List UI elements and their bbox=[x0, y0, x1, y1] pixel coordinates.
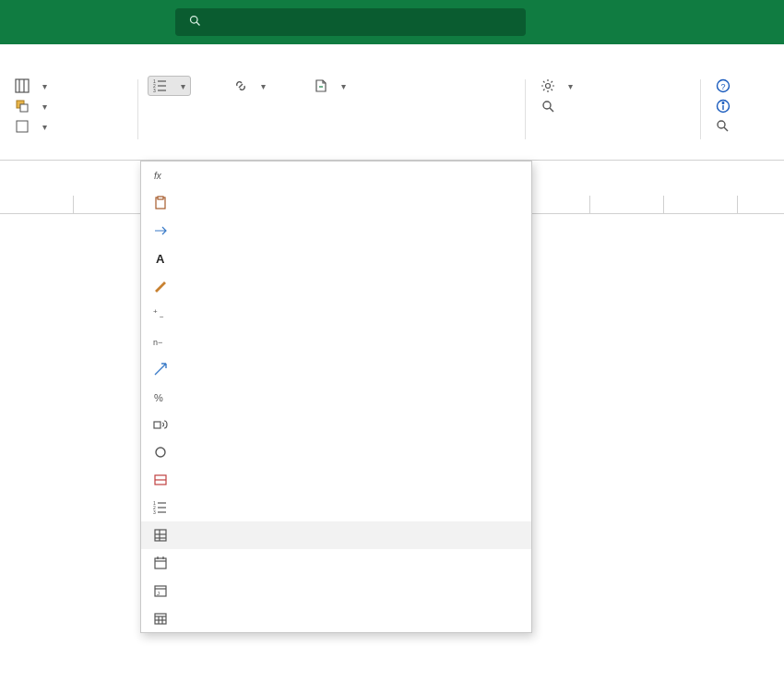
dd-item-signo-menos-atras[interactable]: n− bbox=[141, 328, 531, 355]
convert-number-icon bbox=[152, 222, 169, 239]
btn-ultima-herramienta[interactable] bbox=[535, 116, 692, 122]
svg-text:−: − bbox=[160, 313, 164, 321]
svg-rect-47 bbox=[155, 558, 166, 568]
round-icon bbox=[152, 444, 169, 461]
version-icon bbox=[716, 119, 731, 134]
sheet-area: fx A +− n− % bbox=[0, 161, 784, 214]
search-run-icon bbox=[540, 99, 555, 114]
chevron-down-icon: ▾ bbox=[42, 81, 47, 91]
svg-text:n−: n− bbox=[153, 338, 162, 347]
dd-item-aplicar-formula[interactable]: fx bbox=[141, 162, 531, 189]
ribbon-group-2: 123 ▾ ▾ ▾ bbox=[138, 72, 526, 160]
speak-number-icon bbox=[152, 416, 169, 433]
decimals-icon bbox=[152, 361, 169, 377]
percent-icon: % bbox=[152, 389, 169, 405]
btn-opciones-asap[interactable]: ▾ bbox=[535, 76, 692, 96]
svg-text:%: % bbox=[154, 392, 163, 403]
random-numbering-icon bbox=[152, 527, 169, 544]
dd-item-numeros-no-reconocidos[interactable] bbox=[141, 217, 531, 245]
svg-rect-43 bbox=[155, 530, 166, 541]
svg-line-1 bbox=[196, 22, 199, 25]
dd-item-decimales[interactable] bbox=[141, 355, 531, 383]
dd-item-numeracion-aleatoria[interactable] bbox=[141, 521, 531, 549]
svg-line-17 bbox=[550, 108, 553, 112]
svg-rect-7 bbox=[17, 121, 28, 132]
colhead-n[interactable] bbox=[590, 196, 664, 213]
btn-importar[interactable]: ▾ bbox=[308, 76, 351, 96]
svg-point-23 bbox=[718, 121, 725, 128]
dd-item-negativos-positivos[interactable]: +− bbox=[141, 300, 531, 328]
btn-numeros-fechas[interactable]: 123 ▾ bbox=[148, 76, 191, 96]
calendar-convert-icon bbox=[152, 555, 169, 571]
dd-item-valores-a-texto[interactable]: A bbox=[141, 245, 531, 272]
chevron-down-icon: ▾ bbox=[261, 81, 266, 91]
svg-rect-6 bbox=[20, 104, 28, 112]
svg-point-16 bbox=[543, 102, 551, 109]
numbered-list-icon: 123 bbox=[152, 499, 169, 516]
link-icon bbox=[233, 78, 248, 93]
svg-text:3: 3 bbox=[153, 509, 156, 515]
ribbon-group-3: ▾ bbox=[526, 72, 701, 160]
svg-text:3: 3 bbox=[153, 88, 156, 93]
btn-columnas-filas[interactable]: ▾ bbox=[9, 76, 129, 96]
columns-icon bbox=[15, 78, 30, 93]
dd-item-cambiar-formulas-valores[interactable] bbox=[141, 189, 531, 217]
svg-text:?: ? bbox=[721, 82, 726, 91]
dd-item-numeracion-rapida[interactable]: 123 bbox=[141, 494, 531, 521]
svg-rect-54 bbox=[155, 614, 166, 624]
dd-item-selector-fecha[interactable] bbox=[141, 604, 531, 632]
colhead-o[interactable] bbox=[664, 196, 738, 213]
search-box[interactable] bbox=[175, 8, 526, 36]
ribbon-group-1: ▾ ▾ ▾ bbox=[0, 72, 138, 160]
gear-icon bbox=[540, 78, 555, 93]
btn-version[interactable] bbox=[710, 116, 784, 137]
numeros-fechas-dropdown: fx A +− n− % bbox=[140, 161, 532, 633]
text-a-icon: A bbox=[152, 250, 169, 267]
chevron-down-icon: ▾ bbox=[341, 81, 346, 91]
dd-item-porcentajes-numeros[interactable]: % bbox=[141, 383, 531, 411]
btn-faq[interactable]: ? bbox=[710, 76, 784, 96]
svg-rect-33 bbox=[154, 422, 160, 428]
svg-point-0 bbox=[191, 17, 198, 24]
format-icon bbox=[15, 119, 30, 134]
dd-item-llenar-valor-formato[interactable] bbox=[141, 272, 531, 300]
minus-shift-icon: n− bbox=[152, 333, 169, 350]
fx-icon: fx bbox=[152, 167, 169, 184]
btn-formato[interactable]: ▾ bbox=[9, 116, 129, 137]
dd-item-escribir-palabras[interactable] bbox=[141, 411, 531, 438]
chevron-down-icon: ▾ bbox=[42, 102, 47, 112]
btn-objetos-comentarios[interactable]: ▾ bbox=[9, 96, 129, 116]
svg-rect-27 bbox=[158, 197, 163, 199]
chevron-down-icon: ▾ bbox=[42, 122, 47, 132]
dd-item-fechas-julianas[interactable]: J bbox=[141, 577, 531, 604]
numbers-list-icon: 123 bbox=[153, 78, 168, 93]
chevron-down-icon: ▾ bbox=[181, 81, 185, 91]
svg-text:A: A bbox=[156, 252, 165, 266]
colhead-f[interactable] bbox=[0, 196, 74, 213]
dd-item-convertir-fechas[interactable] bbox=[141, 549, 531, 577]
info-icon bbox=[716, 99, 731, 114]
dd-item-numeros-redondos[interactable] bbox=[141, 438, 531, 466]
btn-informacion[interactable] bbox=[710, 96, 784, 116]
date-picker-icon bbox=[152, 610, 169, 627]
dd-item-ceros-izquierda[interactable] bbox=[141, 466, 531, 494]
julian-date-icon: J bbox=[152, 582, 169, 599]
objects-icon bbox=[15, 99, 30, 114]
colhead-p[interactable] bbox=[738, 196, 784, 213]
btn-buscar-ejecutar[interactable] bbox=[535, 96, 692, 116]
titlebar bbox=[0, 0, 784, 44]
svg-point-22 bbox=[722, 102, 724, 104]
colhead-g[interactable] bbox=[74, 196, 148, 213]
svg-text:J: J bbox=[157, 591, 160, 596]
brush-icon bbox=[152, 278, 169, 294]
chevron-down-icon: ▾ bbox=[568, 81, 573, 91]
svg-rect-2 bbox=[16, 79, 29, 92]
help-icon: ? bbox=[716, 78, 731, 93]
btn-web[interactable]: ▾ bbox=[228, 76, 271, 96]
leading-zeros-icon bbox=[152, 472, 169, 488]
ribbon-tabs bbox=[0, 44, 784, 72]
ribbon-group-4: ? bbox=[701, 72, 784, 160]
svg-point-15 bbox=[546, 84, 551, 89]
svg-point-34 bbox=[156, 448, 165, 457]
svg-text:+: + bbox=[153, 307, 158, 316]
